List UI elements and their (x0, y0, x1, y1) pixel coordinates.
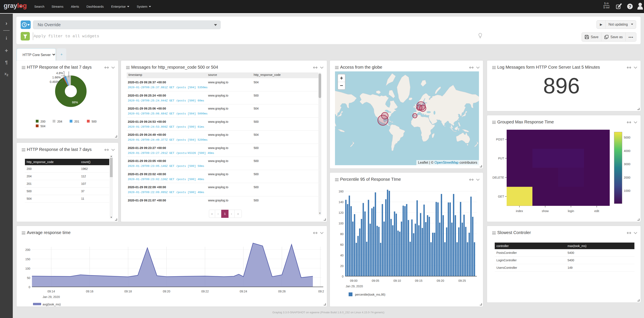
svg-text:2000: 2000 (624, 176, 630, 179)
svg-text:1.66%: 1.66% (52, 76, 61, 79)
svg-text:POST: POST (496, 138, 504, 141)
svg-text:3000: 3000 (624, 162, 630, 166)
svg-text:09:05: 09:05 (372, 279, 379, 282)
svg-text:avg(took_ms): avg(took_ms) (42, 303, 61, 306)
svg-text:09:00: 09:00 (350, 279, 357, 282)
svg-text:0: 0 (28, 285, 30, 289)
svg-text:200: 200 (40, 120, 46, 123)
svg-text:09:20: 09:20 (436, 279, 444, 282)
svg-text:login: login (568, 209, 574, 213)
svg-text:09:2: 09:2 (318, 290, 324, 293)
svg-text:500: 500 (92, 120, 97, 123)
svg-text:100: 100 (25, 267, 30, 270)
svg-text:140: 140 (338, 200, 344, 204)
svg-text:60: 60 (340, 243, 344, 246)
svg-text:09:16: 09:16 (86, 290, 93, 293)
svg-text:20: 20 (340, 264, 344, 268)
svg-text:4.8%: 4.8% (56, 71, 63, 75)
svg-text:DELETE: DELETE (492, 176, 504, 179)
svg-text:?: ? (629, 4, 632, 9)
svg-text:40: 40 (340, 254, 344, 257)
svg-text:09:20: 09:20 (163, 290, 170, 293)
svg-text:5000: 5000 (624, 136, 630, 139)
svg-text:GET: GET (498, 195, 504, 198)
svg-text:09:18: 09:18 (124, 290, 132, 293)
svg-text:0: 0 (342, 275, 344, 278)
svg-text:edit: edit (594, 209, 599, 213)
svg-text:PUT: PUT (498, 157, 504, 160)
svg-text:160: 160 (338, 190, 344, 193)
svg-text:1000: 1000 (624, 189, 630, 192)
svg-text:4000: 4000 (624, 149, 630, 153)
svg-text:percentile(took_ms,95): percentile(took_ms,95) (355, 293, 385, 296)
svg-text:88%: 88% (72, 101, 78, 104)
svg-text:204: 204 (57, 120, 62, 123)
svg-text:80: 80 (340, 232, 344, 236)
svg-text:index: index (516, 209, 523, 213)
svg-text:50: 50 (27, 276, 30, 280)
svg-text:0.493%: 0.493% (50, 80, 60, 84)
svg-text:201: 201 (74, 120, 80, 123)
svg-text:09:24: 09:24 (240, 290, 247, 293)
svg-text:120: 120 (338, 211, 344, 214)
svg-text:09:26: 09:26 (278, 290, 286, 293)
svg-text:09:10: 09:10 (393, 279, 401, 282)
svg-text:150: 150 (25, 257, 30, 261)
svg-text:100: 100 (338, 222, 344, 225)
svg-text:show: show (542, 209, 549, 213)
svg-text:09:22: 09:22 (201, 290, 209, 293)
svg-text:200: 200 (25, 248, 30, 251)
svg-text:09:14: 09:14 (48, 290, 55, 293)
svg-text:09:25: 09:25 (458, 279, 466, 282)
svg-text:504: 504 (40, 124, 46, 128)
svg-text:Jan 29, 2020: Jan 29, 2020 (346, 284, 363, 288)
svg-text:Jan 29, 2020: Jan 29, 2020 (42, 295, 60, 298)
svg-text:09:15: 09:15 (415, 279, 422, 282)
